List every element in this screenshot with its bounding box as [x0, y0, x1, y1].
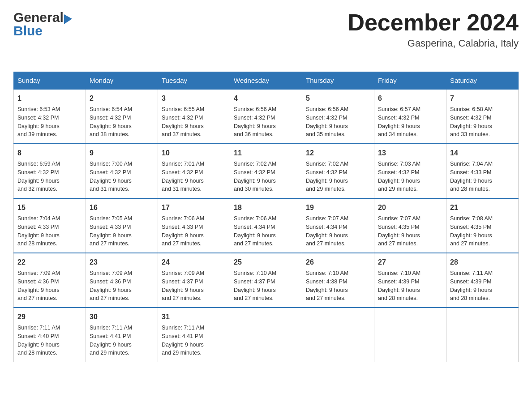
- day-info: Sunrise: 7:06 AM Sunset: 4:34 PM Dayligh…: [234, 214, 298, 248]
- calendar-table: SundayMondayTuesdayWednesdayThursdayFrid…: [13, 72, 519, 362]
- day-number: 21: [450, 202, 515, 213]
- day-info: Sunrise: 7:10 AM Sunset: 4:38 PM Dayligh…: [306, 269, 370, 303]
- day-info: Sunrise: 6:53 AM Sunset: 4:32 PM Dayligh…: [17, 105, 82, 139]
- day-info: Sunrise: 7:02 AM Sunset: 4:32 PM Dayligh…: [234, 160, 298, 193]
- day-info: Sunrise: 7:01 AM Sunset: 4:32 PM Dayligh…: [162, 160, 226, 193]
- week-row-2: 8Sunrise: 6:59 AM Sunset: 4:32 PM Daylig…: [14, 144, 519, 198]
- day-info: Sunrise: 7:10 AM Sunset: 4:39 PM Dayligh…: [378, 269, 442, 303]
- day-number: 15: [17, 202, 82, 213]
- logo-area: General: [13, 10, 72, 25]
- day-number: 19: [306, 202, 370, 213]
- day-number: 17: [162, 202, 226, 213]
- day-cell: 20Sunrise: 7:07 AM Sunset: 4:35 PM Dayli…: [374, 198, 446, 253]
- day-info: Sunrise: 7:11 AM Sunset: 4:40 PM Dayligh…: [17, 324, 82, 357]
- day-cell: 28Sunrise: 7:11 AM Sunset: 4:39 PM Dayli…: [446, 253, 519, 308]
- day-cell: 27Sunrise: 7:10 AM Sunset: 4:39 PM Dayli…: [374, 253, 446, 308]
- header-cell-friday: Friday: [374, 72, 446, 90]
- calendar-header: SundayMondayTuesdayWednesdayThursdayFrid…: [14, 72, 519, 90]
- day-number: 9: [90, 148, 154, 158]
- day-number: 29: [17, 312, 82, 322]
- day-cell: 3Sunrise: 6:55 AM Sunset: 4:32 PM Daylig…: [158, 89, 230, 144]
- day-info: Sunrise: 7:11 AM Sunset: 4:41 PM Dayligh…: [90, 324, 154, 357]
- day-number: 2: [90, 93, 154, 104]
- day-cell: 2Sunrise: 6:54 AM Sunset: 4:32 PM Daylig…: [86, 89, 158, 144]
- day-info: Sunrise: 7:08 AM Sunset: 4:35 PM Dayligh…: [450, 214, 515, 248]
- day-number: 14: [450, 148, 515, 158]
- day-cell: 4Sunrise: 6:56 AM Sunset: 4:32 PM Daylig…: [230, 89, 302, 144]
- day-cell: 9Sunrise: 7:00 AM Sunset: 4:32 PM Daylig…: [86, 144, 158, 198]
- title-block: December 2024 Gasperina, Calabria, Italy: [348, 9, 519, 49]
- header-cell-sunday: Sunday: [14, 72, 86, 90]
- day-number: 22: [17, 257, 82, 268]
- day-cell: 15Sunrise: 7:04 AM Sunset: 4:33 PM Dayli…: [14, 198, 86, 253]
- header-row: SundayMondayTuesdayWednesdayThursdayFrid…: [14, 72, 519, 90]
- day-info: Sunrise: 6:56 AM Sunset: 4:32 PM Dayligh…: [306, 105, 370, 139]
- week-row-3: 15Sunrise: 7:04 AM Sunset: 4:33 PM Dayli…: [14, 198, 519, 253]
- logo-blue-part: Blue: [13, 23, 43, 38]
- day-number: 3: [162, 93, 226, 104]
- svg-marker-0: [64, 14, 72, 24]
- header-cell-wednesday: Wednesday: [230, 72, 302, 90]
- day-cell: 19Sunrise: 7:07 AM Sunset: 4:34 PM Dayli…: [302, 198, 374, 253]
- day-cell: [230, 308, 302, 362]
- logo-triangle-icon: [64, 14, 72, 24]
- day-cell: [302, 308, 374, 362]
- day-cell: 13Sunrise: 7:03 AM Sunset: 4:32 PM Dayli…: [374, 144, 446, 198]
- day-cell: 21Sunrise: 7:08 AM Sunset: 4:35 PM Dayli…: [446, 198, 519, 253]
- day-cell: 6Sunrise: 6:57 AM Sunset: 4:32 PM Daylig…: [374, 89, 446, 144]
- day-cell: 29Sunrise: 7:11 AM Sunset: 4:40 PM Dayli…: [14, 308, 86, 362]
- day-number: 16: [90, 202, 154, 213]
- day-number: 18: [234, 202, 298, 213]
- day-info: Sunrise: 7:09 AM Sunset: 4:37 PM Dayligh…: [162, 269, 226, 303]
- day-cell: 7Sunrise: 6:58 AM Sunset: 4:32 PM Daylig…: [446, 89, 519, 144]
- day-number: 12: [306, 148, 370, 158]
- page-header: December 2024 Gasperina, Calabria, Italy: [13, 9, 519, 49]
- day-number: 26: [306, 257, 370, 268]
- day-cell: 30Sunrise: 7:11 AM Sunset: 4:41 PM Dayli…: [86, 308, 158, 362]
- day-cell: 18Sunrise: 7:06 AM Sunset: 4:34 PM Dayli…: [230, 198, 302, 253]
- day-cell: 25Sunrise: 7:10 AM Sunset: 4:37 PM Dayli…: [230, 253, 302, 308]
- day-number: 7: [450, 93, 515, 104]
- header-cell-thursday: Thursday: [302, 72, 374, 90]
- day-cell: [446, 308, 519, 362]
- day-info: Sunrise: 7:06 AM Sunset: 4:33 PM Dayligh…: [162, 214, 226, 248]
- day-cell: 16Sunrise: 7:05 AM Sunset: 4:33 PM Dayli…: [86, 198, 158, 253]
- day-info: Sunrise: 7:11 AM Sunset: 4:41 PM Dayligh…: [162, 324, 226, 357]
- day-number: 27: [378, 257, 442, 268]
- day-number: 25: [234, 257, 298, 268]
- day-info: Sunrise: 7:00 AM Sunset: 4:32 PM Dayligh…: [90, 160, 154, 193]
- day-cell: 14Sunrise: 7:04 AM Sunset: 4:33 PM Dayli…: [446, 144, 519, 198]
- day-number: 30: [90, 312, 154, 322]
- day-cell: [374, 308, 446, 362]
- week-row-5: 29Sunrise: 7:11 AM Sunset: 4:40 PM Dayli…: [14, 308, 519, 362]
- day-info: Sunrise: 7:09 AM Sunset: 4:36 PM Dayligh…: [90, 269, 154, 303]
- day-info: Sunrise: 7:03 AM Sunset: 4:32 PM Dayligh…: [378, 160, 442, 193]
- day-number: 31: [162, 312, 226, 322]
- day-cell: 26Sunrise: 7:10 AM Sunset: 4:38 PM Dayli…: [302, 253, 374, 308]
- day-cell: 22Sunrise: 7:09 AM Sunset: 4:36 PM Dayli…: [14, 253, 86, 308]
- day-info: Sunrise: 7:04 AM Sunset: 4:33 PM Dayligh…: [17, 214, 82, 248]
- day-cell: 23Sunrise: 7:09 AM Sunset: 4:36 PM Dayli…: [86, 253, 158, 308]
- day-number: 6: [378, 93, 442, 104]
- day-number: 5: [306, 93, 370, 104]
- day-cell: 24Sunrise: 7:09 AM Sunset: 4:37 PM Dayli…: [158, 253, 230, 308]
- day-number: 24: [162, 257, 226, 268]
- day-cell: 17Sunrise: 7:06 AM Sunset: 4:33 PM Dayli…: [158, 198, 230, 253]
- day-info: Sunrise: 7:02 AM Sunset: 4:32 PM Dayligh…: [306, 160, 370, 193]
- day-info: Sunrise: 6:59 AM Sunset: 4:32 PM Dayligh…: [17, 160, 82, 193]
- day-number: 20: [378, 202, 442, 213]
- day-info: Sunrise: 6:54 AM Sunset: 4:32 PM Dayligh…: [90, 105, 154, 139]
- day-info: Sunrise: 6:57 AM Sunset: 4:32 PM Dayligh…: [378, 105, 442, 139]
- day-number: 23: [90, 257, 154, 268]
- day-number: 10: [162, 148, 226, 158]
- day-cell: 8Sunrise: 6:59 AM Sunset: 4:32 PM Daylig…: [14, 144, 86, 198]
- day-info: Sunrise: 7:07 AM Sunset: 4:35 PM Dayligh…: [378, 214, 442, 248]
- week-row-4: 22Sunrise: 7:09 AM Sunset: 4:36 PM Dayli…: [14, 253, 519, 308]
- day-cell: 1Sunrise: 6:53 AM Sunset: 4:32 PM Daylig…: [14, 89, 86, 144]
- calendar-body: 1Sunrise: 6:53 AM Sunset: 4:32 PM Daylig…: [14, 89, 519, 362]
- location-title: Gasperina, Calabria, Italy: [348, 38, 519, 49]
- week-row-1: 1Sunrise: 6:53 AM Sunset: 4:32 PM Daylig…: [14, 89, 519, 144]
- header-cell-tuesday: Tuesday: [158, 72, 230, 90]
- month-title: December 2024: [348, 9, 519, 36]
- day-number: 13: [378, 148, 442, 158]
